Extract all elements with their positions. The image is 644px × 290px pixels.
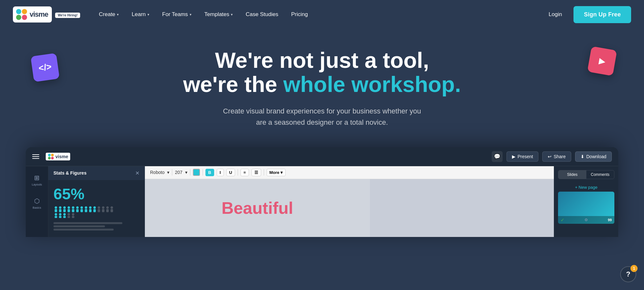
download-icon: ⬇: [581, 154, 584, 159]
svg-rect-35: [98, 209, 100, 212]
nav-case-studies[interactable]: Case Studies: [240, 9, 284, 20]
svg-rect-31: [59, 216, 62, 218]
chevron-down-icon: ▾: [147, 13, 149, 17]
slide-thumbnail[interactable]: ✓ ⚙ 99: [558, 192, 614, 224]
text-line-3: [53, 229, 114, 231]
svg-rect-15: [68, 209, 70, 212]
svg-rect-25: [89, 209, 92, 212]
nav-create[interactable]: Create ▾: [93, 9, 125, 20]
slides-tabs: Slides Comments: [558, 170, 614, 179]
layouts-icon: ⊞: [34, 174, 40, 182]
svg-point-30: [59, 213, 62, 216]
people-chart: [53, 205, 139, 218]
italic-button[interactable]: I: [217, 169, 224, 176]
svg-point-12: [63, 206, 66, 209]
svg-point-4: [48, 154, 51, 156]
svg-point-22: [85, 206, 87, 209]
svg-rect-37: [102, 209, 105, 212]
download-button[interactable]: ⬇ Download: [575, 151, 612, 162]
font-size[interactable]: 207: [175, 170, 182, 175]
nav-right: Login Sign Up Free: [544, 6, 631, 23]
slide-number: 99: [608, 218, 612, 222]
sidebar-basics[interactable]: ⬡ Basics: [30, 195, 44, 212]
svg-point-10: [59, 206, 62, 209]
svg-point-24: [89, 206, 92, 209]
hero-headline: We're not just a tool, we're the whole w…: [13, 48, 631, 96]
svg-rect-17: [72, 209, 74, 212]
svg-point-20: [80, 206, 83, 209]
svg-rect-19: [76, 209, 79, 212]
list-button[interactable]: ☰: [251, 169, 261, 176]
svg-point-5: [51, 154, 54, 156]
svg-point-42: [68, 213, 70, 216]
toolbar-separator-5: [264, 169, 264, 176]
nav-links: Create ▾ Learn ▾ For Teams ▾ Templates ▾…: [93, 9, 544, 20]
svg-point-2: [16, 15, 21, 20]
svg-point-18: [76, 206, 79, 209]
panel-close-button[interactable]: ✕: [135, 170, 139, 176]
check-icon: ✓: [561, 217, 564, 222]
nav-learn[interactable]: Learn ▾: [126, 9, 155, 20]
svg-rect-41: [110, 209, 113, 212]
chevron-down-icon: ▾: [231, 13, 233, 17]
svg-rect-13: [63, 209, 66, 212]
signup-button[interactable]: Sign Up Free: [573, 6, 631, 23]
nav-pricing[interactable]: Pricing: [285, 9, 314, 20]
gear-icon[interactable]: ⚙: [584, 218, 588, 222]
svg-point-0: [16, 9, 21, 14]
svg-rect-23: [85, 209, 87, 212]
svg-point-3: [22, 15, 27, 20]
canvas-text: Beautiful: [222, 198, 293, 218]
hamburger-menu[interactable]: [32, 154, 39, 159]
new-page-button[interactable]: + New page: [558, 183, 614, 192]
chat-icon-btn[interactable]: 💬: [492, 151, 503, 162]
font-selector[interactable]: Roboto: [150, 170, 165, 175]
basics-icon: ⬡: [34, 197, 40, 205]
app-topbar-right: 💬 ▶ Present ↩ Share ⬇ Download: [492, 151, 612, 162]
slide-thumb-footer: ✓ ⚙ 99: [558, 216, 614, 224]
panel-title: Stats & Figures: [53, 170, 87, 176]
nav-for-teams[interactable]: For Teams ▾: [156, 9, 197, 20]
sidebar-layouts[interactable]: ⊞ Layouts: [29, 171, 45, 189]
size-chevron[interactable]: ▾: [185, 170, 187, 175]
logo[interactable]: visme We're Hiring!: [13, 6, 80, 23]
share-button[interactable]: ↩ Share: [542, 151, 571, 162]
app-visme-icon: [48, 153, 54, 160]
svg-point-6: [48, 157, 51, 159]
brand-name: visme: [30, 10, 48, 19]
svg-point-7: [51, 157, 54, 159]
font-chevron[interactable]: ▾: [167, 170, 169, 175]
present-button[interactable]: ▶ Present: [507, 151, 538, 162]
visme-logo-icon: [15, 8, 28, 21]
slides-tab[interactable]: Slides: [558, 170, 586, 179]
svg-rect-27: [93, 209, 96, 212]
app-panel: Stats & Figures ✕ 65%: [48, 166, 145, 237]
nav-templates[interactable]: Templates ▾: [199, 9, 239, 20]
bold-button[interactable]: B: [205, 169, 214, 176]
app-topbar: visme 💬 ▶ Present ↩ Share ⬇ Download: [26, 147, 618, 166]
underline-button[interactable]: U: [226, 169, 235, 176]
canvas-content: Beautiful: [145, 179, 554, 237]
app-sidebar: ⊞ Layouts ⬡ Basics: [26, 166, 48, 237]
hero-section: </> ▶ We're not just a tool, we're the w…: [0, 29, 644, 147]
app-body: ⊞ Layouts ⬡ Basics Stats & Figures ✕ 65%: [26, 166, 618, 237]
panel-text-lines: [53, 222, 139, 231]
more-button[interactable]: More ▾: [267, 169, 286, 176]
login-button[interactable]: Login: [544, 9, 567, 20]
app-canvas: Roboto ▾ 207 ▾ B I U ≡ ☰ More ▾: [145, 166, 554, 237]
color-swatch[interactable]: [193, 169, 200, 176]
svg-rect-43: [68, 216, 70, 218]
text-line-2: [53, 225, 105, 227]
svg-point-28: [55, 213, 57, 216]
svg-rect-33: [63, 216, 66, 218]
chevron-down-icon: ▾: [117, 13, 119, 17]
slides-panel: Slides Comments + New page ✓ ⚙ 99: [554, 166, 618, 237]
svg-point-44: [72, 213, 74, 216]
toolbar-separator-3: [203, 169, 203, 176]
svg-point-26: [93, 206, 96, 209]
canvas-toolbar: Roboto ▾ 207 ▾ B I U ≡ ☰ More ▾: [145, 166, 554, 179]
align-button[interactable]: ≡: [241, 169, 249, 176]
svg-point-32: [63, 213, 66, 216]
play-icon: ▶: [587, 46, 617, 76]
comments-tab[interactable]: Comments: [586, 170, 614, 179]
